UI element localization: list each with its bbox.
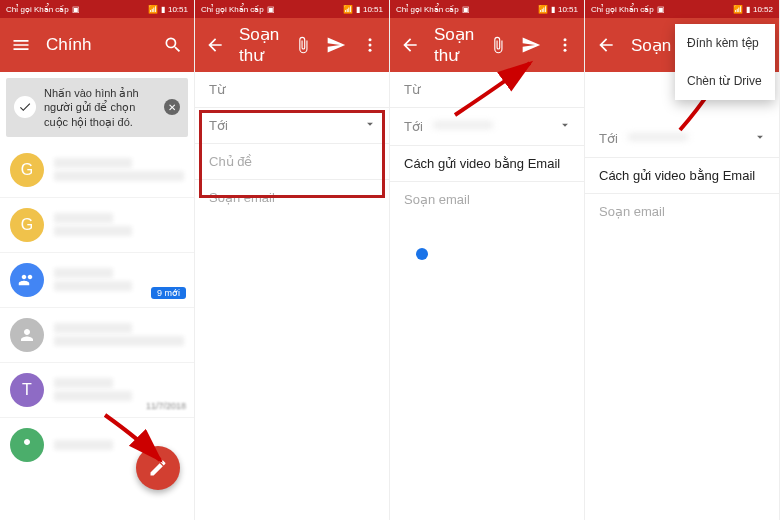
svg-point-0: [368, 38, 371, 41]
send-icon[interactable]: [326, 34, 346, 56]
signal-icon: 📶: [538, 5, 548, 14]
menu-icon[interactable]: [10, 34, 32, 56]
compose-title: Soạn thư: [239, 24, 279, 66]
item-preview: [54, 210, 184, 239]
send-icon[interactable]: [521, 34, 541, 56]
panel-inbox: Chỉ gọi Khẩn cấp ▣ 📶▮10:51 Chính Nhấn và…: [0, 0, 195, 520]
search-icon[interactable]: [162, 34, 184, 56]
to-field[interactable]: Tới: [195, 108, 389, 144]
tip-banner: Nhấn vào hình ảnh người gửi để chọn cuộc…: [6, 78, 188, 137]
back-icon[interactable]: [400, 34, 420, 56]
body-field[interactable]: Soạn email: [390, 182, 584, 217]
signal-icon: 📶: [733, 5, 743, 14]
close-icon[interactable]: ✕: [164, 99, 180, 115]
avatar[interactable]: [10, 428, 44, 462]
panel-compose-empty: Chỉ gọi Khẩn cấp ▣ 📶▮10:51 Soạn thư Từ T…: [195, 0, 390, 520]
avatar[interactable]: G: [10, 208, 44, 242]
list-item[interactable]: G: [0, 143, 194, 198]
back-icon[interactable]: [205, 34, 225, 56]
attach-menu: Đính kèm tệp Chèn từ Drive: [675, 24, 775, 100]
facebook-icon: ▣: [72, 5, 80, 14]
facebook-icon: ▣: [657, 5, 665, 14]
attach-icon[interactable]: [293, 34, 312, 56]
panel-attach-menu: Chỉ gọi Khẩn cấp ▣ 📶▮10:52 Soạn thư Đính…: [585, 0, 780, 520]
status-bar: Chỉ gọi Khẩn cấp ▣ 📶▮10:52: [585, 0, 779, 18]
avatar[interactable]: [10, 263, 44, 297]
subject-field[interactable]: Cách gửi video bằng Email: [585, 158, 779, 194]
status-bar: Chỉ gọi Khẩn cấp ▣ 📶▮10:51: [390, 0, 584, 18]
signal-icon: 📶: [148, 5, 158, 14]
list-item[interactable]: [0, 308, 194, 363]
more-icon[interactable]: [555, 34, 574, 56]
svg-point-2: [368, 49, 371, 52]
tip-text: Nhấn vào hình ảnh người gửi để chọn cuộc…: [44, 86, 156, 129]
chevron-down-icon[interactable]: [753, 130, 767, 147]
item-preview: [54, 155, 184, 184]
subject-field[interactable]: Cách gửi video bằng Email: [390, 146, 584, 182]
subject-field[interactable]: Chủ đề: [195, 144, 389, 180]
item-date: 11/7/2018: [146, 401, 186, 411]
body-field[interactable]: Soạn email: [195, 180, 389, 215]
app-bar-inbox: Chính: [0, 18, 194, 72]
app-bar-compose: Soạn thư: [390, 18, 584, 72]
battery-icon: ▮: [161, 5, 165, 14]
battery-icon: ▮: [746, 5, 750, 14]
compose-fab[interactable]: [136, 446, 180, 490]
avatar[interactable]: T: [10, 373, 44, 407]
facebook-icon: ▣: [267, 5, 275, 14]
back-icon[interactable]: [595, 34, 617, 56]
list-item[interactable]: G: [0, 198, 194, 253]
list-item[interactable]: 9 mới: [0, 253, 194, 308]
menu-insert-drive[interactable]: Chèn từ Drive: [675, 62, 775, 100]
check-icon: [14, 96, 36, 118]
cursor-indicator: [416, 248, 428, 260]
status-bar: Chỉ gọi Khẩn cấp ▣ 📶▮10:51: [0, 0, 194, 18]
from-field[interactable]: Từ: [195, 72, 389, 108]
inbox-title: Chính: [46, 35, 148, 55]
to-field[interactable]: Tới: [390, 108, 584, 146]
status-call: Chỉ gọi Khẩn cấp: [6, 5, 69, 14]
attach-icon[interactable]: [488, 34, 507, 56]
app-bar-compose: Soạn thư: [195, 18, 389, 72]
compose-title: Soạn thư: [434, 24, 474, 66]
item-preview: [54, 320, 184, 349]
svg-point-4: [563, 44, 566, 47]
chevron-down-icon[interactable]: [558, 118, 572, 135]
body-field[interactable]: Soạn email: [585, 194, 779, 229]
battery-icon: ▮: [356, 5, 360, 14]
signal-icon: 📶: [343, 5, 353, 14]
facebook-icon: ▣: [462, 5, 470, 14]
to-field[interactable]: Tới: [585, 120, 779, 158]
chevron-down-icon[interactable]: [363, 117, 377, 134]
svg-point-5: [563, 49, 566, 52]
status-time: 10:51: [168, 5, 188, 14]
avatar[interactable]: G: [10, 153, 44, 187]
avatar[interactable]: [10, 318, 44, 352]
svg-point-3: [563, 38, 566, 41]
more-icon[interactable]: [360, 34, 379, 56]
svg-point-1: [368, 44, 371, 47]
list-item[interactable]: T 11/7/2018: [0, 363, 194, 418]
status-bar: Chỉ gọi Khẩn cấp ▣ 📶▮10:51: [195, 0, 389, 18]
from-field[interactable]: Từ: [390, 72, 584, 108]
menu-attach-file[interactable]: Đính kèm tệp: [675, 24, 775, 62]
battery-icon: ▮: [551, 5, 555, 14]
unread-badge: 9 mới: [151, 287, 186, 299]
panel-compose-filled: Chỉ gọi Khẩn cấp ▣ 📶▮10:51 Soạn thư Từ T…: [390, 0, 585, 520]
